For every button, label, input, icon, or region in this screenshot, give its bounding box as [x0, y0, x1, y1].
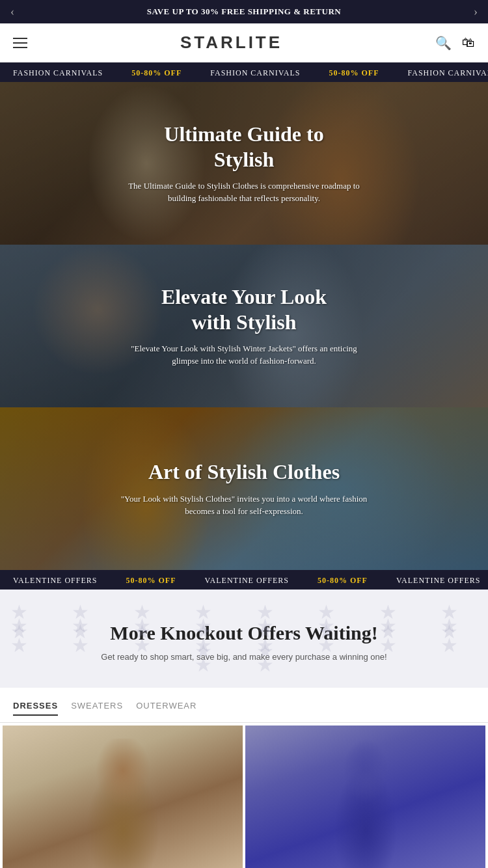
- product-card[interactable]: [3, 726, 243, 868]
- tab-outerwear[interactable]: OUTERWEAR: [136, 701, 197, 716]
- hero-overlay-2: Elevate Your Lookwith Stylish "Elevate Y…: [0, 245, 488, 407]
- hero-banner-2: Elevate Your Lookwith Stylish "Elevate Y…: [0, 245, 488, 407]
- ticker-item: FASHION CARNIVALS: [210, 63, 300, 82]
- ticker-item: 50-80% OFF: [126, 571, 176, 590]
- announcement-bold: SAVE UP TO 30%: [147, 7, 219, 16]
- valentine-ticker: VALENTINE OFFERS 50-80% OFF VALENTINE OF…: [0, 570, 488, 590]
- tab-sweaters[interactable]: SWEATERS: [71, 701, 123, 716]
- next-arrow[interactable]: ›: [474, 5, 478, 19]
- knockout-title: More Knockout Offers Waiting!: [13, 622, 475, 644]
- ticker-item: VALENTINE OFFERS: [396, 571, 480, 590]
- ticker-item: 50-80% OFF: [131, 63, 182, 82]
- hamburger-line: [13, 38, 27, 39]
- hero-title-1: Ultimate Guide toStylish: [164, 122, 323, 172]
- hero-title-3: Art of Stylish Clothes: [148, 459, 340, 484]
- hamburger-line: [13, 47, 27, 48]
- fashion-ticker: FASHION CARNIVALS 50-80% OFF FASHION CAR…: [0, 62, 488, 82]
- ticker-item: 50-80% OFF: [329, 63, 379, 82]
- ticker-item: VALENTINE OFFERS: [204, 571, 288, 590]
- tab-dresses[interactable]: DRESSES: [13, 701, 58, 716]
- cart-icon[interactable]: 🛍: [462, 35, 475, 50]
- header: STARLITE 🔍 🛍: [0, 23, 488, 62]
- product-grid: [0, 723, 488, 868]
- hero-overlay-1: Ultimate Guide toStylish The Ultimate Gu…: [0, 82, 488, 245]
- valentine-ticker-content: VALENTINE OFFERS 50-80% OFF VALENTINE OF…: [0, 571, 488, 590]
- category-tabs: DRESSES SWEATERS OUTERWEAR: [0, 688, 488, 723]
- product-card[interactable]: [245, 726, 485, 868]
- hero-overlay-3: Art of Stylish Clothes "Your Look with S…: [0, 407, 488, 570]
- hero-subtitle-1: The Ultimate Guide to Stylish Clothes is…: [120, 180, 368, 205]
- logo-text: STARLITE: [180, 33, 282, 52]
- site-logo[interactable]: STARLITE: [180, 33, 282, 53]
- announcement-regular: FREE SHIPPING & RETURN: [219, 7, 341, 16]
- hamburger-menu[interactable]: [13, 38, 27, 48]
- knockout-subtitle: Get ready to shop smart, save big, and m…: [13, 652, 475, 662]
- header-icons: 🔍 🛍: [435, 35, 475, 51]
- hero-banner-3: Art of Stylish Clothes "Your Look with S…: [0, 407, 488, 570]
- ticker-content: FASHION CARNIVALS 50-80% OFF FASHION CAR…: [0, 63, 488, 82]
- hero-title-2: Elevate Your Lookwith Stylish: [161, 284, 327, 334]
- prev-arrow[interactable]: ‹: [10, 5, 14, 19]
- hero-subtitle-2: "Elevate Your Look with Stylish Winter J…: [120, 342, 368, 368]
- hero-banner-1: Ultimate Guide toStylish The Ultimate Gu…: [0, 82, 488, 245]
- hamburger-line: [13, 42, 27, 44]
- ticker-item: FASHION CARNIVALS: [13, 63, 103, 82]
- ticker-item: VALENTINE OFFERS: [13, 571, 97, 590]
- announcement-bar: ‹ SAVE UP TO 30% FREE SHIPPING & RETURN …: [0, 0, 488, 23]
- ticker-item: 50-80% OFF: [318, 571, 368, 590]
- announcement-text: SAVE UP TO 30% FREE SHIPPING & RETURN: [147, 7, 341, 17]
- hero-subtitle-3: "Your Look with Stylish Clothes" invites…: [120, 493, 368, 518]
- search-icon[interactable]: 🔍: [435, 35, 452, 51]
- knockout-section: More Knockout Offers Waiting! Get ready …: [0, 590, 488, 688]
- ticker-item: FASHION CARNIVALS: [408, 63, 489, 82]
